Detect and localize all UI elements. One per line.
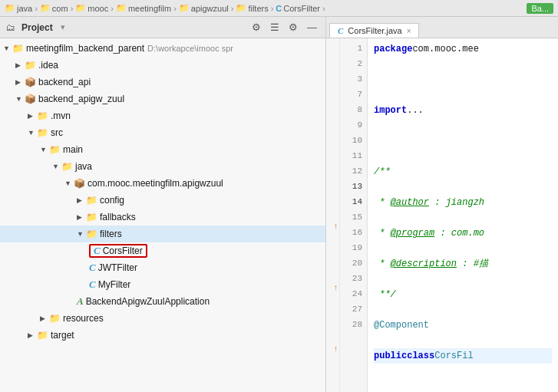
minimize-icon[interactable]: — bbox=[305, 21, 319, 34]
class-jwt-icon: C bbox=[89, 262, 96, 274]
tree-item-resources[interactable]: ▶ 📁 resources bbox=[0, 310, 325, 327]
annotation-component: @Component bbox=[374, 318, 429, 333]
tree-item-java[interactable]: ▼ 📁 java bbox=[0, 158, 325, 175]
tree-item-backend-zuul[interactable]: ▼ 📦 backend_apigw_zuul bbox=[0, 91, 325, 107]
dropdown-arrow-icon[interactable]: ▾ bbox=[61, 22, 65, 32]
tree-label-backend-api: backend_api bbox=[38, 77, 91, 87]
ln-1: 1 bbox=[343, 41, 362, 57]
main-layout: 🗂 Project ▾ ⚙ ☰ ⚙ — ▼ 📁 meetingfilm_back… bbox=[0, 17, 558, 392]
tree-item-target[interactable]: ▶ 📁 target bbox=[0, 327, 325, 344]
module-zuul-icon: 📦 bbox=[25, 94, 36, 104]
ln-14: 14 bbox=[343, 195, 362, 210]
comment-end: **/ bbox=[374, 287, 396, 302]
tree-item-backend-app[interactable]: A BackendApigwZuulApplication bbox=[0, 293, 325, 310]
tree-label-fallbacks: fallbacks bbox=[100, 212, 136, 222]
bc-mooc[interactable]: mooc bbox=[87, 4, 108, 13]
package-name: com.mooc.mee bbox=[412, 41, 478, 57]
bc-java[interactable]: java bbox=[17, 4, 32, 13]
tree-label-mvn: .mvn bbox=[51, 110, 71, 121]
bc-corsfilter[interactable]: CorsFilter bbox=[283, 4, 320, 13]
code-line-11: * @description : #描 bbox=[374, 256, 552, 272]
file-tree: ▼ 📁 meetingfilm_backend_parent D:\workap… bbox=[0, 38, 325, 392]
comment-program: * @program : com.mo bbox=[374, 226, 484, 241]
ln-12: 12 bbox=[343, 164, 362, 180]
arrow-config: ▶ bbox=[77, 196, 86, 204]
tree-label-backend-zuul: backend_apigw_zuul bbox=[38, 94, 124, 104]
folder-filters-icon: 📁 bbox=[86, 229, 97, 239]
package-com-icon: 📦 bbox=[74, 178, 85, 189]
tree-item-mvn[interactable]: ▶ 📁 .mvn bbox=[0, 107, 325, 124]
code-line-8: /** bbox=[374, 164, 552, 180]
comment-start: /** bbox=[374, 164, 391, 180]
code-line-3: import ... bbox=[374, 103, 552, 118]
sidebar-header: 🗂 Project ▾ ⚙ ☰ ⚙ — bbox=[0, 17, 325, 38]
code-line-12: **/ bbox=[374, 287, 552, 302]
editor-gutter: ↑ ↑ ↑ bbox=[326, 38, 340, 392]
bc-filters[interactable]: filters bbox=[248, 4, 268, 13]
tree-item-com[interactable]: ▼ 📦 com.mooc.meetingfilm.apigwzuul bbox=[0, 175, 325, 192]
tree-item-root[interactable]: ▼ 📁 meetingfilm_backend_parent D:\workap… bbox=[0, 40, 325, 57]
folder-idea-icon: 📁 bbox=[25, 60, 36, 71]
tree-label-target: target bbox=[51, 330, 74, 341]
arrow-java: ▼ bbox=[52, 163, 61, 170]
root-path: D:\workapce\imooc spr bbox=[147, 44, 233, 53]
tree-item-backend-api[interactable]: ▶ 📦 backend_api bbox=[0, 74, 325, 91]
tree-label-jwtfilter: JWTFilter bbox=[98, 262, 137, 273]
nav-button[interactable]: Ba... bbox=[527, 3, 553, 14]
bc-apigwzuul-icon: 📁 bbox=[179, 3, 190, 13]
tab-close-button[interactable]: × bbox=[407, 27, 411, 35]
arrow-filters: ▼ bbox=[77, 230, 86, 238]
tree-label-myfilter: MyFilter bbox=[98, 279, 131, 290]
comment-author: * @author : jiangzh bbox=[374, 195, 484, 210]
folder-target-icon: 📁 bbox=[37, 330, 48, 341]
folder-main-icon: 📁 bbox=[49, 144, 61, 155]
tree-item-filters[interactable]: ▼ 📁 filters bbox=[0, 226, 325, 242]
project-icon: 🗂 bbox=[6, 22, 15, 33]
arrow-mvn: ▶ bbox=[28, 112, 37, 120]
corsfilter-selection-box: C CorsFilter bbox=[89, 244, 147, 258]
code-line-2 bbox=[374, 72, 552, 87]
gutter-marker-20: ↑ bbox=[334, 283, 338, 292]
tree-item-corsfilter[interactable]: C CorsFilter bbox=[0, 242, 325, 259]
folder-config-icon: 📁 bbox=[86, 195, 97, 206]
ln-13: 13 bbox=[343, 180, 362, 195]
ln-11: 11 bbox=[343, 149, 362, 164]
sidebar-title: Project bbox=[21, 22, 53, 33]
tree-item-main[interactable]: ▼ 📁 main bbox=[0, 141, 325, 158]
bc-meetingfilm[interactable]: meetingfilm bbox=[128, 4, 171, 13]
code-line-1: package com.mooc.mee bbox=[374, 41, 552, 57]
code-content[interactable]: package com.mooc.mee import ... /** * @a… bbox=[368, 38, 558, 392]
tree-label-idea: .idea bbox=[38, 60, 58, 71]
tree-item-fallbacks[interactable]: ▶ 📁 fallbacks bbox=[0, 209, 325, 226]
tree-item-myfilter[interactable]: C MyFilter bbox=[0, 276, 325, 293]
tree-item-jwtfilter[interactable]: C JWTFilter bbox=[0, 259, 325, 276]
bc-meetingfilm-icon: 📁 bbox=[116, 3, 127, 13]
editor-tab-corsfilter[interactable]: C CorsFilter.java × bbox=[329, 23, 419, 38]
bc-apigwzuul[interactable]: apigwzuul bbox=[191, 4, 229, 13]
arrow-com: ▼ bbox=[64, 180, 74, 187]
code-line-9: * @author : jiangzh bbox=[374, 195, 552, 210]
tree-item-idea[interactable]: ▶ 📁 .idea bbox=[0, 57, 325, 74]
code-line-15 bbox=[374, 379, 552, 392]
folder-src-icon: 📁 bbox=[37, 127, 48, 138]
code-line-10: * @program : com.mo bbox=[374, 226, 552, 241]
editor-tab-bar: C CorsFilter.java × bbox=[326, 17, 558, 38]
tree-label-filters: filters bbox=[100, 229, 122, 239]
line-numbers: 1 2 3 7 8 9 10 11 12 13 14 15 16 19 20 2… bbox=[340, 38, 368, 392]
ln-3: 3 bbox=[343, 72, 362, 87]
filter-icon[interactable]: ☰ bbox=[268, 21, 282, 34]
ln-28: 28 bbox=[343, 318, 362, 333]
ln-9: 9 bbox=[343, 118, 362, 133]
bc-com[interactable]: com bbox=[52, 4, 68, 13]
settings-icon[interactable]: ⚙ bbox=[249, 21, 263, 34]
options-icon[interactable]: ⚙ bbox=[286, 21, 300, 34]
arrow-target: ▶ bbox=[28, 331, 37, 339]
arrow-root: ▼ bbox=[3, 44, 12, 52]
tree-item-config[interactable]: ▶ 📁 config bbox=[0, 192, 325, 209]
ln-27: 27 bbox=[343, 302, 362, 318]
arrow-src: ▼ bbox=[28, 129, 37, 137]
ln-24: 24 bbox=[343, 287, 362, 302]
tree-item-src[interactable]: ▼ 📁 src bbox=[0, 124, 325, 141]
ln-10: 10 bbox=[343, 133, 362, 149]
tree-label-main: main bbox=[63, 144, 83, 155]
